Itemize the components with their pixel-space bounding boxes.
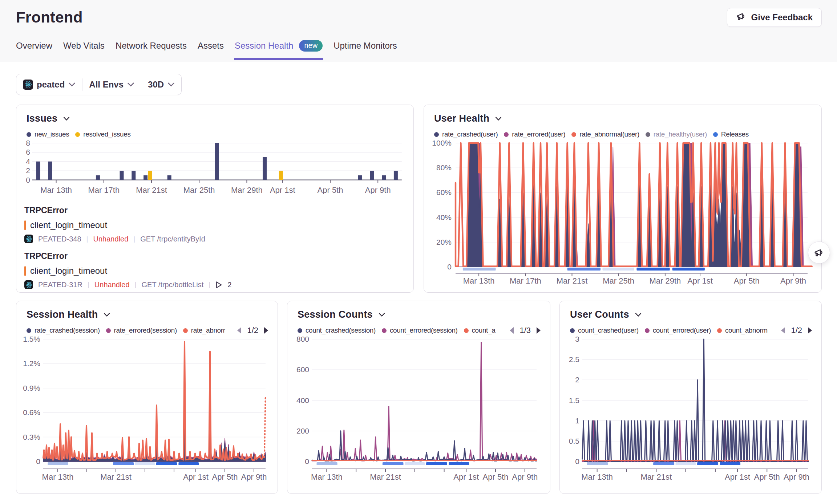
issues-chart[interactable]: 02468Mar 13thMar 17thMar 21stMar 25thMar… [16,105,413,194]
svg-text:0: 0 [26,176,30,184]
svg-text:Apr 1st: Apr 1st [183,472,209,481]
issue-handling: Unhandled [94,281,130,289]
user-health-panel: User Health rate_crashed(user)rate_error… [424,105,822,293]
project-selector-value: peated [37,80,65,90]
new-badge: new [299,40,323,52]
issue-type: TRPCError [24,251,405,261]
svg-text:1.5: 1.5 [569,396,579,405]
divider: | [135,281,137,289]
tab-label: Overview [16,41,52,51]
tab-session-health[interactable]: Session Healthnew [235,40,323,60]
user-counts-chart[interactable]: 00.511.522.53Mar 13thMar 21stApr 1stApr … [560,301,821,488]
svg-text:0.9%: 0.9% [23,384,40,392]
svg-text:Apr 9th: Apr 9th [512,472,538,481]
svg-text:Mar 25th: Mar 25th [183,186,215,194]
svg-text:Mar 29th: Mar 29th [231,186,263,194]
chevron-down-icon [127,82,134,87]
megaphone-icon [736,11,747,24]
error-level-bar [24,220,26,230]
svg-text:Mar 13th: Mar 13th [42,472,74,481]
svg-text:Apr 1st: Apr 1st [270,186,295,194]
environment-selector[interactable]: All Envs [82,74,141,95]
user-health-chart[interactable]: 020%40%60%80%100%Mar 13thMar 17thMar 21s… [424,105,821,292]
svg-text:600: 600 [296,365,309,374]
react-project-icon [23,80,33,90]
svg-text:4: 4 [26,157,30,166]
tab-network-requests[interactable]: Network Requests [116,41,187,60]
tab-label: Network Requests [116,41,187,51]
svg-text:400: 400 [296,396,309,405]
tab-overview[interactable]: Overview [16,41,52,60]
svg-text:Mar 13th: Mar 13th [311,472,343,481]
svg-text:0.3%: 0.3% [23,433,40,441]
tab-bar: OverviewWeb VitalsNetwork RequestsAssets… [16,40,397,60]
issues-panel: Issues new_issuesresolved_issues 02468Ma… [16,105,414,293]
give-feedback-button[interactable]: Give Feedback [727,8,822,27]
svg-text:Apr 9th: Apr 9th [241,472,267,481]
chevron-down-icon [167,82,175,87]
svg-text:Mar 13th: Mar 13th [463,276,495,285]
svg-text:0: 0 [575,457,579,466]
svg-text:Mar 21st: Mar 21st [557,276,588,285]
svg-text:8: 8 [26,139,30,147]
tab-label: Web Vitals [63,41,105,51]
tab-uptime-monitors[interactable]: Uptime Monitors [333,41,397,60]
svg-text:Apr 1st: Apr 1st [687,276,713,285]
project-selector[interactable]: peated [16,74,82,95]
issue-transaction: GET /trpc/bottleList [142,281,204,289]
svg-text:100%: 100% [432,139,452,147]
issue-row[interactable]: TRPCError client_login_timeout PEATED-34… [24,206,405,243]
issue-row[interactable]: TRPCError client_login_timeout PEATED-31… [24,251,405,289]
react-project-icon [24,235,33,243]
tab-assets[interactable]: Assets [198,41,224,60]
svg-text:0: 0 [36,457,40,466]
page-header: Frontend Give Feedback OverviewWeb Vital… [0,0,837,62]
issue-culprit[interactable]: client_login_timeout [30,220,107,230]
svg-text:2: 2 [26,166,30,175]
svg-text:Apr 5th: Apr 5th [318,186,343,194]
issue-culprit[interactable]: client_login_timeout [30,266,107,276]
svg-text:Apr 1st: Apr 1st [453,472,479,481]
svg-text:1.5%: 1.5% [23,335,40,343]
svg-text:800: 800 [296,335,309,343]
svg-text:60%: 60% [436,188,452,196]
react-project-icon [24,280,33,289]
date-range-selector[interactable]: 30D [141,74,181,95]
svg-text:40%: 40% [436,213,452,221]
svg-text:0.6%: 0.6% [23,408,40,416]
svg-text:0: 0 [447,263,452,271]
svg-text:Mar 25th: Mar 25th [603,276,634,285]
svg-text:Mar 13th: Mar 13th [581,472,613,481]
svg-text:2.5: 2.5 [569,355,579,363]
svg-text:20%: 20% [436,238,452,246]
svg-text:Mar 29th: Mar 29th [649,276,681,285]
divider: | [133,235,135,243]
svg-text:1.2%: 1.2% [23,359,40,367]
svg-text:2: 2 [575,375,579,384]
session-health-chart[interactable]: 00.3%0.6%0.9%1.2%1.5%Mar 13thMar 21stApr… [16,301,278,488]
page-filter-bar: peated All Envs 30D [16,74,182,95]
svg-text:Apr 5th: Apr 5th [483,472,509,481]
divider: | [209,281,210,289]
divider: | [88,281,89,289]
issue-short-id: PEATED-31R [38,281,82,289]
svg-text:Apr 9th: Apr 9th [780,276,806,285]
divider: | [86,235,88,243]
svg-text:Apr 5th: Apr 5th [212,472,238,481]
user-counts-panel: User Counts count_crashed(user)count_err… [559,301,822,494]
issue-handling: Unhandled [93,235,129,243]
tab-web-vitals[interactable]: Web Vitals [63,41,105,60]
svg-text:6: 6 [26,148,30,156]
svg-text:Mar 17th: Mar 17th [88,186,120,194]
feedback-floating-button[interactable] [808,241,830,264]
svg-text:200: 200 [296,427,309,435]
svg-text:Apr 5th: Apr 5th [734,276,760,285]
svg-text:Mar 21st: Mar 21st [370,472,401,481]
session-counts-chart[interactable]: 0200400600800Mar 13thMar 21stApr 1stApr … [287,301,550,488]
tab-label: Session Health [235,41,293,51]
svg-text:0: 0 [305,457,309,466]
svg-text:0.5: 0.5 [569,437,579,445]
environment-selector-value: All Envs [89,80,124,90]
session-counts-panel: Session Counts count_crashed(session)cou… [287,301,550,494]
svg-text:1: 1 [575,416,579,425]
